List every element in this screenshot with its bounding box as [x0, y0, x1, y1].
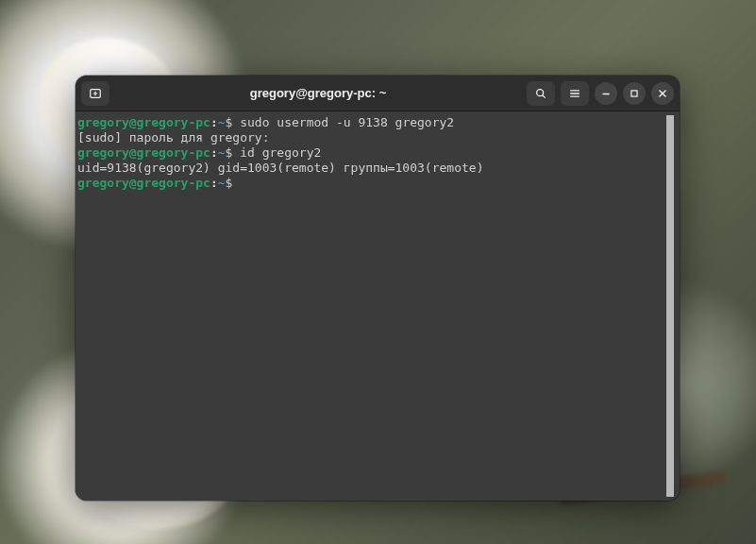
search-button[interactable]	[527, 81, 555, 106]
prompt-path: ~	[218, 176, 226, 190]
prompt-user: gregory@gregory-pc	[77, 145, 210, 160]
prompt-symbol: $	[226, 115, 233, 129]
command-text: id gregory2	[240, 145, 321, 160]
new-tab-button[interactable]	[81, 81, 109, 106]
prompt-symbol: $	[226, 145, 233, 160]
scrollbar[interactable]	[666, 115, 674, 497]
window-title: gregory@gregory-pc: ~	[115, 86, 521, 100]
window-titlebar: gregory@gregory-pc: ~	[76, 76, 680, 111]
prompt-user: gregory@gregory-pc	[77, 176, 210, 190]
new-tab-icon	[89, 87, 102, 100]
search-icon	[534, 87, 547, 100]
close-icon	[656, 87, 669, 100]
terminal-window: gregory@gregory-pc: ~ gregory@gregory-pc…	[76, 76, 680, 501]
terminal-line: [sudo] пароль для gregory:	[77, 130, 664, 145]
terminal-output[interactable]: gregory@gregory-pc:~$ sudo usermod -u 91…	[77, 115, 664, 497]
prompt-colon: :	[210, 115, 218, 129]
menu-button[interactable]	[561, 81, 589, 106]
prompt-user: gregory@gregory-pc	[77, 115, 210, 129]
terminal-body[interactable]: gregory@gregory-pc:~$ sudo usermod -u 91…	[76, 111, 680, 501]
prompt-symbol: $	[226, 176, 233, 190]
terminal-line: gregory@gregory-pc:~$	[77, 176, 664, 191]
maximize-icon	[628, 87, 641, 100]
prompt-path: ~	[218, 145, 226, 160]
prompt-path: ~	[218, 115, 226, 129]
minimize-button[interactable]	[595, 82, 617, 105]
terminal-line: gregory@gregory-pc:~$ sudo usermod -u 91…	[77, 115, 664, 130]
command-text: sudo usermod -u 9138 gregory2	[240, 115, 454, 129]
maximize-button[interactable]	[623, 82, 646, 105]
terminal-line: uid=9138(gregory2) gid=1003(remote) груп…	[77, 161, 664, 176]
terminal-line: gregory@gregory-pc:~$ id gregory2	[77, 145, 664, 161]
hamburger-icon	[568, 87, 581, 100]
prompt-colon: :	[210, 176, 218, 190]
minimize-icon	[599, 87, 613, 100]
close-button[interactable]	[651, 82, 674, 105]
svg-rect-9	[631, 90, 637, 95]
prompt-colon: :	[210, 145, 218, 160]
svg-line-4	[543, 94, 545, 96]
